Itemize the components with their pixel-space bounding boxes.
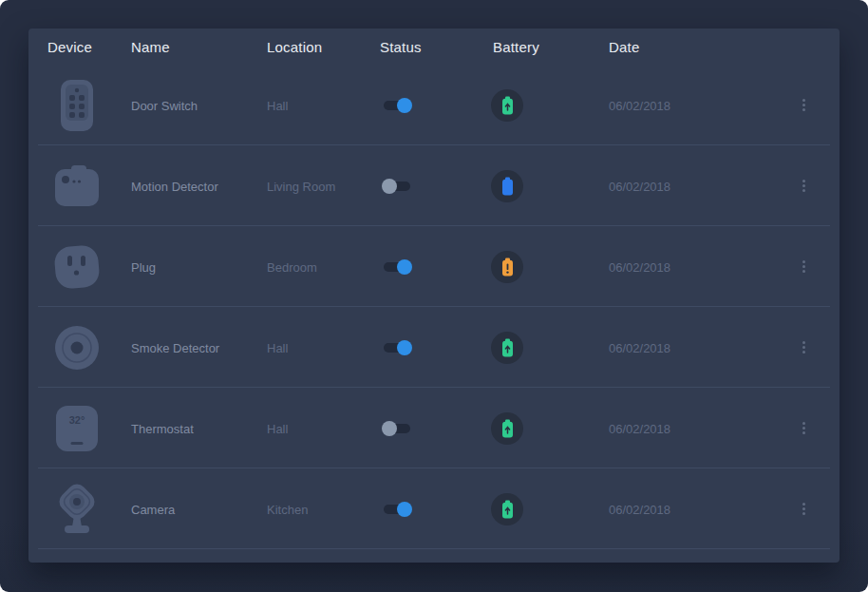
device-date: 06/02/2018 [609,503,670,517]
kebab-menu-icon[interactable] [798,257,809,277]
table-row: Smoke Detector Hall 06/02/2018 [28,307,840,388]
kebab-menu-icon[interactable] [798,95,809,115]
device-date: 06/02/2018 [609,99,670,113]
kebab-menu-icon[interactable] [798,176,809,196]
status-toggle[interactable] [384,505,410,514]
device-name: Smoke Detector [131,341,219,355]
device-location: Hall [267,341,288,355]
column-header-name: Name [131,39,267,55]
table-row: 32° Thermostat Hall 06/02/2018 [28,388,840,468]
column-header-date: Date [609,39,800,55]
device-name: Plug [131,260,156,275]
device-date: 06/02/2018 [609,260,670,275]
toggle-knob [397,502,412,517]
device-location: Hall [267,99,288,113]
remote-icon [47,76,106,135]
table-body: Door Switch Hall 06/02/2018 Motion Detec… [28,65,840,549]
app-background: Device Name Location Status Battery Date… [0,0,868,592]
column-header-device: Device [47,39,131,55]
table-header: Device Name Location Status Battery Date [28,29,840,65]
column-header-battery: Battery [493,39,609,55]
device-name: Motion Detector [131,180,218,194]
thermostat-icon: 32° [47,399,106,458]
battery-indicator [491,412,523,445]
kebab-menu-icon[interactable] [798,499,809,519]
toggle-knob [382,421,397,436]
device-date: 06/02/2018 [609,422,670,436]
status-toggle[interactable] [384,101,410,110]
device-location: Hall [267,422,288,436]
device-name: Door Switch [131,99,198,113]
device-name: Thermostat [131,422,194,436]
camera-icon [47,480,106,539]
devices-table: Device Name Location Status Battery Date… [28,29,840,563]
kebab-menu-icon[interactable] [798,337,809,357]
column-header-status: Status [380,39,493,55]
device-name: Camera [131,503,175,517]
table-row: Camera Kitchen 06/02/2018 [28,468,840,549]
motion-detector-icon [47,157,106,216]
table-row: Plug Bedroom 06/02/2018 [28,226,840,307]
device-location: Bedroom [267,260,317,275]
status-toggle[interactable] [384,262,410,272]
device-date: 06/02/2018 [609,180,670,194]
table-row: Motion Detector Living Room 06/02/2018 [28,145,840,226]
column-header-location: Location [267,39,380,55]
device-location: Living Room [267,180,335,194]
status-toggle[interactable] [384,343,410,353]
toggle-knob [397,340,412,355]
toggle-knob [382,179,397,194]
battery-indicator [491,89,523,122]
kebab-menu-icon[interactable] [798,418,809,438]
toggle-knob [397,98,412,113]
device-date: 06/02/2018 [609,341,670,355]
smoke-detector-icon [47,318,106,377]
status-toggle[interactable] [384,181,410,191]
battery-indicator [491,493,523,525]
device-location: Kitchen [267,503,308,517]
table-row: Door Switch Hall 06/02/2018 [28,65,840,145]
battery-indicator [491,332,523,364]
status-toggle[interactable] [384,424,410,433]
battery-indicator [491,251,523,283]
battery-indicator [491,170,523,202]
toggle-knob [397,259,412,275]
plug-icon [47,238,106,296]
